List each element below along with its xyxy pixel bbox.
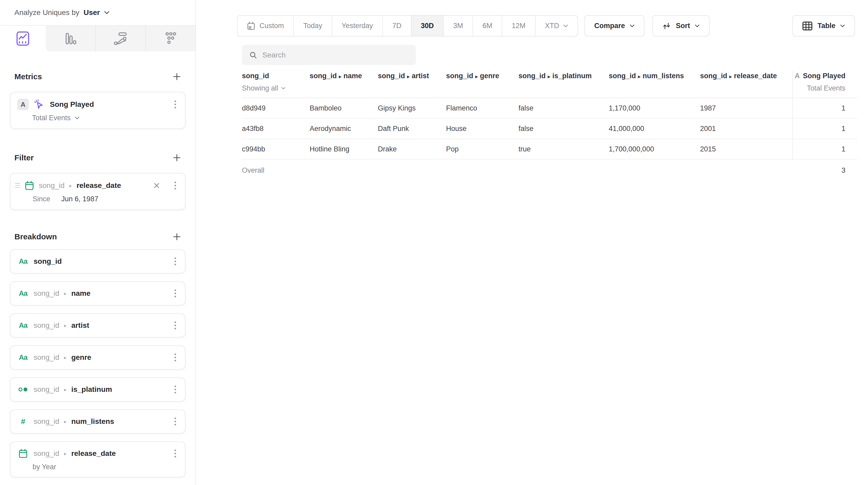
breakdown-card-release-date[interactable]: song_id ▸ release_date by Year: [10, 442, 186, 477]
filter-kebab-menu[interactable]: [173, 181, 178, 190]
range-label: Yesterday: [342, 22, 373, 30]
column-header-is-platinum[interactable]: song_id▸is_platinum: [519, 72, 609, 80]
range-3m[interactable]: 3M: [443, 16, 472, 36]
cell-genre: House: [446, 125, 519, 133]
flows-icon: [114, 32, 128, 46]
range-7d[interactable]: 7D: [382, 16, 411, 36]
chevron-down-icon: [840, 24, 845, 28]
tab-funnel[interactable]: [145, 26, 195, 52]
column-header-metric[interactable]: ASong Played: [793, 72, 857, 80]
property-arrow-icon: ▸: [546, 74, 553, 79]
column-header-release-date[interactable]: song_id▸release_date: [700, 72, 793, 80]
cell-artist: Drake: [378, 145, 446, 153]
breakdown-property-parent: song_id: [34, 385, 59, 394]
tab-bar-chart[interactable]: [45, 26, 95, 52]
chevron-down-icon: [695, 24, 700, 28]
breakdown-kebab-menu[interactable]: [173, 289, 178, 298]
compare-button[interactable]: Compare: [584, 15, 645, 36]
metrics-title: Metrics: [14, 72, 42, 81]
property-arrow-icon: ▸: [64, 355, 67, 361]
breakdown-property-name: is_platinum: [71, 385, 112, 394]
view-tab-strip: [0, 25, 195, 52]
breakdown-card-num-listens[interactable]: # song_id ▸ num_listens: [10, 410, 186, 433]
column-header-genre[interactable]: song_id▸genre: [446, 72, 519, 80]
breakdown-card-is-platinum[interactable]: song_id ▸ is_platinum: [10, 377, 186, 401]
cell-song-id: c994bb: [242, 145, 310, 153]
filter-card[interactable]: song_id ▸ release_date Since Jun 6, 1987: [10, 173, 186, 210]
chevron-down-icon: [75, 117, 80, 120]
add-filter-button[interactable]: [173, 154, 181, 162]
property-arrow-icon: ▸: [69, 183, 72, 189]
range-label: 3M: [453, 22, 463, 30]
text-property-icon: Aa: [17, 257, 29, 266]
column-header-name[interactable]: song_id▸name: [310, 72, 378, 80]
bar-chart-icon: [64, 32, 77, 46]
cell-name: Aerodynamic: [310, 125, 378, 133]
filter-operator[interactable]: Since: [33, 195, 51, 203]
range-12m[interactable]: 12M: [502, 16, 535, 36]
cell-release-date: 2015: [700, 145, 793, 153]
range-today[interactable]: Today: [293, 16, 332, 36]
range-6m[interactable]: 6M: [472, 16, 502, 36]
breakdown-bucket-modifier[interactable]: by Year: [33, 463, 56, 471]
text-property-icon: Aa: [17, 322, 29, 330]
property-arrow-icon: ▸: [64, 451, 67, 457]
range-xtd[interactable]: XTD: [535, 16, 578, 36]
breakdown-kebab-menu[interactable]: [173, 256, 178, 266]
breakdown-card-song-id[interactable]: Aa song_id: [10, 249, 186, 273]
add-breakdown-button[interactable]: [173, 233, 181, 241]
cell-num-listens: 1,170,000: [609, 104, 700, 112]
range-yesterday[interactable]: Yesterday: [332, 16, 382, 36]
filter-value[interactable]: Jun 6, 1987: [61, 195, 98, 203]
search-input[interactable]: [262, 51, 408, 59]
remove-filter-icon[interactable]: [152, 181, 161, 190]
event-click-icon: [34, 99, 45, 110]
metric-aggregation[interactable]: Total Events: [32, 114, 70, 122]
property-arrow-icon: ▸: [636, 74, 643, 79]
filter-section: Filter song_id ▸ release_date: [0, 153, 195, 210]
overall-label: Overall: [242, 166, 310, 175]
range-custom[interactable]: Custom: [238, 16, 293, 36]
search-box[interactable]: [242, 45, 416, 65]
range-label: Today: [303, 22, 322, 30]
column-header-song-id[interactable]: song_id: [242, 72, 310, 80]
metric-letter: A: [795, 72, 800, 80]
showing-all-dropdown[interactable]: Showing all: [242, 84, 310, 92]
breakdown-kebab-menu[interactable]: [173, 353, 178, 362]
cell-num-listens: 41,000,000: [609, 125, 700, 133]
chevron-down-icon: [563, 24, 568, 28]
column-header-num-listens[interactable]: song_id▸num_listens: [609, 72, 700, 80]
breakdown-card-name[interactable]: Aa song_id ▸ name: [10, 281, 186, 305]
text-property-icon: Aa: [17, 290, 29, 298]
visualization-selector-button[interactable]: Table: [792, 15, 855, 36]
breakdown-property-name: artist: [71, 321, 89, 330]
breakdown-property-parent: song_id: [34, 417, 59, 426]
table-header: song_id song_id▸name song_id▸artist song…: [242, 70, 857, 98]
property-arrow-icon: ▸: [64, 387, 67, 393]
column-header-artist[interactable]: song_id▸artist: [378, 72, 446, 80]
analyze-label: Analyze Uniques by: [14, 8, 79, 17]
line-chart-icon: [16, 31, 29, 46]
breakdown-kebab-menu[interactable]: [173, 449, 178, 458]
metric-kebab-menu[interactable]: [173, 99, 178, 110]
metric-card[interactable]: A Song Played Total Events: [10, 92, 186, 129]
tab-flows[interactable]: [95, 26, 145, 52]
add-metric-button[interactable]: [173, 72, 181, 81]
breakdown-card-artist[interactable]: Aa song_id ▸ artist: [10, 313, 186, 337]
breakdown-kebab-menu[interactable]: [173, 417, 178, 426]
breakdown-property-parent: song_id: [34, 289, 59, 298]
tab-line-chart[interactable]: [0, 26, 45, 52]
cell-song-id: a43fb8: [242, 125, 310, 133]
breakdown-kebab-menu[interactable]: [173, 385, 178, 394]
funnel-icon: [164, 32, 177, 46]
analyze-entity-selector[interactable]: User: [84, 8, 100, 17]
range-30d[interactable]: 30D: [411, 16, 443, 36]
cell-is-platinum: true: [519, 145, 609, 153]
table-grid-icon: [802, 21, 813, 31]
breakdown-card-genre[interactable]: Aa song_id ▸ genre: [10, 345, 186, 369]
sort-button[interactable]: Sort: [652, 15, 710, 36]
drag-handle-icon[interactable]: [15, 183, 20, 188]
metric-letter-badge: A: [17, 99, 29, 110]
range-label: 30D: [421, 22, 434, 30]
breakdown-kebab-menu[interactable]: [173, 321, 178, 330]
